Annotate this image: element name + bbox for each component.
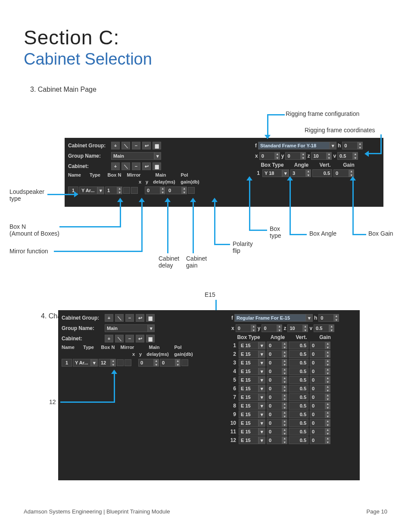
minus-icon[interactable]: − [132,162,140,170]
box-type-dropdown[interactable]: E 15▾ [239,376,265,384]
back-icon[interactable]: ↩ [142,142,151,149]
angle-spinner[interactable]: 3▴▾ [290,169,311,177]
mirror-x-checkbox[interactable] [123,187,130,194]
box-type-dropdown[interactable]: E 15▾ [239,393,265,401]
add-icon[interactable]: + [111,142,120,149]
angle-spinner[interactable]: 0▴▾ [267,359,287,367]
frame-dropdown[interactable]: Standard Frame For Y-18 ▾ [258,142,336,149]
box-type-dropdown[interactable]: E 15▾ [239,367,265,375]
gain-spinner[interactable]: 0 ▴▾ [166,187,187,194]
angle-spinner[interactable]: 0▴▾ [267,367,287,375]
vert-field[interactable]: 0.5 [289,436,308,444]
h-spinner[interactable]: 0▴▾ [318,314,339,322]
z-spinner[interactable]: 10▴▾ [311,152,332,160]
back-icon[interactable]: ↩ [136,335,144,342]
box-type-dropdown[interactable]: E 15▾ [239,419,265,427]
back-icon[interactable]: ↩ [142,162,151,170]
folder-icon[interactable]: ▆ [153,142,161,149]
angle-spinner[interactable]: 0▴▾ [267,385,287,392]
delay-spinner[interactable]: 0 ▴▾ [145,187,165,194]
vert-field[interactable]: 0.5 [289,367,308,375]
vert-field[interactable]: 0.5 [289,393,308,401]
vert-field[interactable]: 0.5 [289,359,308,367]
add-icon[interactable]: + [105,314,113,322]
h-spinner[interactable]: 0▴▾ [342,142,363,149]
gain-spinner[interactable]: 0▴▾ [310,411,330,418]
type-dropdown[interactable]: Y Ar... ▾ [73,359,98,367]
z-spinner[interactable]: 10▴▾ [287,324,308,332]
add-icon[interactable]: + [105,335,113,342]
minus-icon[interactable]: − [125,335,134,342]
angle-spinner[interactable]: 0▴▾ [267,402,287,410]
angle-spinner[interactable]: 0▴▾ [267,342,287,349]
folder-icon[interactable]: ▆ [146,314,155,322]
edit-icon[interactable]: ＼ [121,162,130,170]
gain-spinner[interactable]: 0▴▾ [310,385,330,392]
minus-icon[interactable]: − [125,314,134,322]
vert-field[interactable]: 0.5 [289,419,308,427]
edit-icon[interactable]: ＼ [121,142,130,149]
v-spinner[interactable]: 0.5▴▾ [337,152,358,160]
box-type-dropdown[interactable]: E 15▾ [239,359,265,367]
angle-spinner[interactable]: 0▴▾ [267,350,287,358]
box-type-dropdown[interactable]: E 15▾ [239,436,265,444]
gain-spinner[interactable]: 0▴▾ [310,428,330,436]
polarity-checkbox[interactable] [181,359,188,366]
gain-spinner[interactable]: 0▴▾ [310,393,330,401]
box-type-dropdown[interactable]: E 15▾ [239,411,265,418]
gain-spinner[interactable]: 0▴▾ [310,419,330,427]
frame-dropdown[interactable]: Regular Frame For E-15 ▾ [234,314,313,322]
vert-field[interactable]: 0.5 [289,342,308,349]
vert-field[interactable]: 0.5 [289,350,308,358]
angle-spinner[interactable]: 0▴▾ [267,376,287,384]
y-spinner[interactable]: 0▴▾ [285,152,306,160]
delay-spinner[interactable]: 0 ▴▾ [138,359,159,367]
box-type-dropdown[interactable]: E 15▾ [239,385,265,392]
x-spinner[interactable]: 0▴▾ [259,152,280,160]
vert-field[interactable]: 0.5 [289,385,308,392]
type-dropdown[interactable]: Y Ar... ▾ [79,187,104,194]
box-type-dropdown[interactable]: Y 18▾ [262,169,289,177]
box-type-dropdown[interactable]: E 15▾ [239,402,265,410]
angle-spinner[interactable]: 0▴▾ [267,419,287,427]
vert-field[interactable]: 0.5 [312,169,332,177]
rig-row-1: 1 Y 18▾ 3▴▾ 0.5 0▴▾ [252,169,381,177]
gain-spinner[interactable]: 0▴▾ [310,350,330,358]
polarity-checkbox[interactable] [188,187,195,194]
back-icon[interactable]: ↩ [136,314,144,322]
angle-spinner[interactable]: 0▴▾ [267,393,287,401]
mirror-x-checkbox[interactable] [117,359,124,366]
v-spinner[interactable]: 0.5▴▾ [314,324,334,332]
group-name-dropdown[interactable]: Main ▾ [105,324,155,332]
edit-icon[interactable]: ＼ [115,335,124,342]
y-spinner[interactable]: 0▴▾ [262,324,282,332]
vert-field[interactable]: 0.5 [289,428,308,436]
group-name-dropdown[interactable]: Main ▾ [111,152,161,160]
gain-spinner[interactable]: 0▴▾ [310,402,330,410]
gain-spinner[interactable]: 0▴▾ [310,367,330,375]
gain-spinner[interactable]: 0▴▾ [310,376,330,384]
vert-field[interactable]: 0.5 [289,411,308,418]
box-type-dropdown[interactable]: E 15▾ [239,350,265,358]
gain-spinner[interactable]: 0▴▾ [310,342,330,349]
gain-spinner[interactable]: 0 ▴▾ [160,359,181,367]
angle-spinner[interactable]: 0▴▾ [267,436,287,444]
vert-field[interactable]: 0.5 [289,402,308,410]
minus-icon[interactable]: − [132,142,140,149]
gain-spinner[interactable]: 0▴▾ [310,436,330,444]
gain-spinner[interactable]: 0▴▾ [310,359,330,367]
folder-icon[interactable]: ▆ [146,335,155,342]
vert-field[interactable]: 0.5 [289,376,308,384]
box-type-dropdown[interactable]: E 15▾ [239,342,265,349]
add-icon[interactable]: + [111,162,120,170]
x-spinner[interactable]: 0▴▾ [236,324,256,332]
mirror-y-checkbox[interactable] [125,359,131,366]
box-type-dropdown[interactable]: E 15▾ [239,428,265,436]
angle-spinner[interactable]: 0▴▾ [267,411,287,418]
boxn-spinner[interactable]: 12 ▴▾ [99,359,116,367]
folder-icon[interactable]: ▆ [153,162,161,170]
mirror-y-checkbox[interactable] [131,187,138,194]
boxn-spinner[interactable]: 1 ▴▾ [105,187,122,194]
angle-spinner[interactable]: 0▴▾ [267,428,287,436]
edit-icon[interactable]: ＼ [115,314,124,322]
